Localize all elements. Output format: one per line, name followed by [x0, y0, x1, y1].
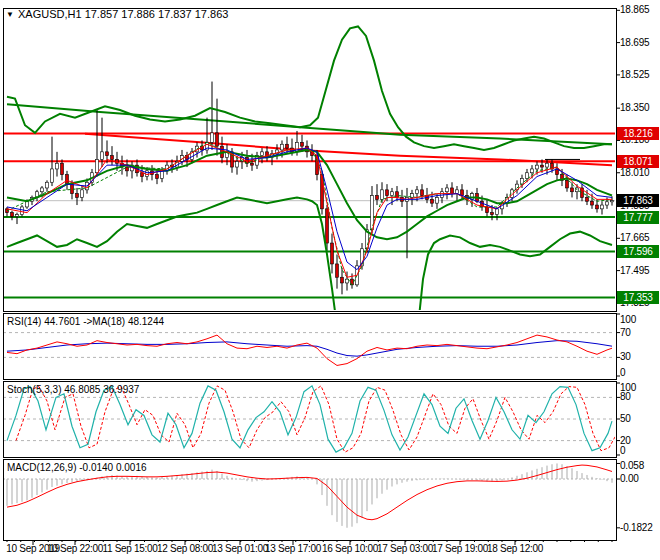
price-badge: 18.071 — [617, 155, 659, 168]
candle-body — [286, 144, 289, 148]
rsi-axis-label: 70 — [620, 327, 631, 338]
candle-body — [586, 197, 589, 201]
candle-body — [446, 188, 449, 192]
stoch-axis-label: 0 — [620, 445, 625, 456]
rsi-axis-label: 100 — [620, 314, 636, 325]
candle-body — [326, 209, 329, 243]
candle-body — [236, 161, 239, 167]
candle-body — [51, 169, 54, 182]
candle-body — [391, 192, 394, 196]
candle-body — [486, 207, 489, 213]
candle-body — [546, 163, 549, 167]
candle-body — [211, 133, 214, 143]
candle-body — [216, 133, 219, 146]
candle-body — [261, 152, 264, 156]
rsi-axis-label: 30 — [620, 351, 631, 362]
candle-body — [376, 196, 379, 200]
candle-body — [566, 180, 569, 188]
time-axis-label: 11 Sep 15:00 — [102, 543, 157, 554]
candle-body — [611, 201, 614, 202]
candle-body — [381, 190, 384, 200]
macd-axis-label: 0.00 — [620, 473, 639, 484]
candle-body — [456, 190, 459, 194]
candle-body — [251, 163, 254, 165]
price-axis-label: 17.495 — [620, 265, 649, 276]
price-badge: 17.863 — [617, 194, 659, 207]
time-axis-label: 13 Sep 01:00 — [212, 543, 268, 554]
time-axis-label: 12 Sep 08:00 — [157, 543, 213, 554]
candle-body — [76, 194, 79, 198]
candle-body — [526, 173, 529, 179]
candle-body — [536, 165, 539, 169]
candle-body — [341, 277, 344, 283]
price-badge: 17.596 — [617, 245, 659, 258]
chart-canvas[interactable] — [0, 0, 660, 560]
time-axis-label: 16 Sep 10:00 — [322, 543, 378, 554]
candle-body — [16, 215, 19, 217]
candle-body — [41, 188, 44, 192]
time-axis-label: 18 Sep 12:00 — [487, 543, 543, 554]
candle-body — [436, 197, 439, 203]
candle-body — [56, 163, 59, 169]
candle-body — [61, 163, 64, 174]
candle-body — [421, 190, 424, 196]
candle-body — [396, 192, 399, 198]
time-axis-label: 17 Sep 03:00 — [377, 543, 433, 554]
candle-body — [431, 199, 434, 203]
time-axis-label: 13 Sep 17:00 — [265, 543, 321, 554]
candle-body — [111, 156, 114, 160]
price-badge: 18.216 — [617, 127, 659, 140]
candle-body — [531, 169, 534, 173]
candle-body — [601, 205, 604, 209]
candle-body — [161, 171, 164, 179]
trading-chart-window: ▼ XAGUSD,H1 17.857 17.886 17.837 17.863 … — [0, 0, 660, 560]
stoch-axis-label: 50 — [620, 413, 631, 424]
candle-body — [46, 182, 49, 188]
candle-body — [491, 213, 494, 215]
candle-body — [96, 159, 99, 172]
candle-body — [301, 142, 304, 146]
price-axis-label: 17.665 — [620, 232, 649, 243]
candle-body — [451, 188, 454, 194]
price-axis-label: 18.010 — [620, 167, 649, 178]
candle-body — [336, 264, 339, 277]
macd-axis-label: -0.1822 — [620, 522, 653, 533]
candle-body — [81, 190, 84, 198]
price-axis-label: 18.350 — [620, 102, 649, 113]
macd-indicator-label: MACD(12,26,9) -0.0140 0.0016 — [7, 462, 147, 473]
price-badge: 17.353 — [617, 291, 659, 304]
candle-body — [106, 152, 109, 156]
time-axis-label: 17 Sep 19:00 — [432, 543, 488, 554]
candle-body — [606, 202, 609, 205]
candle-body — [66, 175, 69, 185]
price-axis-label: 18.695 — [620, 37, 649, 48]
price-badge: 17.777 — [617, 211, 659, 224]
stoch-axis-label: 20 — [620, 435, 631, 446]
candle-body — [591, 201, 594, 205]
candle-body — [11, 213, 14, 217]
candle-body — [496, 209, 499, 215]
candle-body — [541, 165, 544, 167]
candle-body — [156, 175, 159, 179]
symbol-dropdown-arrow-icon: ▼ — [6, 9, 14, 20]
chart-title: XAGUSD,H1 17.857 17.886 17.837 17.863 — [18, 9, 228, 20]
price-axis-label: 18.865 — [620, 4, 649, 15]
time-axis-label: 10 Sep 22:00 — [47, 543, 103, 554]
candle-body — [596, 205, 599, 209]
candle-body — [101, 152, 104, 160]
candle-body — [571, 188, 574, 192]
candle-body — [386, 190, 389, 196]
candle-body — [331, 243, 334, 264]
macd-axis-label: 0.058 — [620, 460, 644, 471]
candle-body — [281, 144, 284, 150]
stoch-axis-label: 80 — [620, 391, 631, 402]
rsi-axis-label: 0 — [620, 367, 625, 378]
candle-body — [126, 167, 129, 171]
candle-body — [21, 207, 24, 215]
candle-body — [416, 190, 419, 194]
rsi-indicator-label: RSI(14) 44.7601 ->MA(18) 48.1244 — [7, 316, 164, 327]
stoch-indicator-label: Stoch(5,3,3) 46.8085 36.9937 — [7, 384, 139, 395]
price-axis-label: 18.525 — [620, 69, 649, 80]
